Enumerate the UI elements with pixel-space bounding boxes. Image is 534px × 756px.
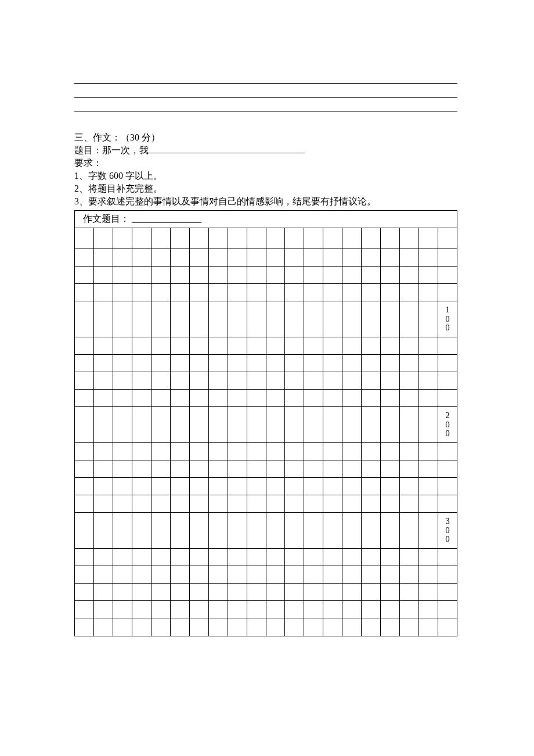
grid-cell[interactable] — [190, 460, 209, 477]
grid-cell[interactable] — [171, 267, 190, 283]
grid-cell[interactable] — [438, 495, 457, 512]
grid-cell[interactable] — [381, 301, 400, 337]
grid-cell[interactable] — [362, 228, 381, 249]
grid-cell[interactable] — [228, 601, 247, 618]
grid-cell[interactable] — [151, 301, 171, 337]
grid-cell[interactable] — [113, 601, 132, 618]
grid-cell[interactable] — [266, 618, 286, 636]
grid-cell[interactable] — [171, 513, 190, 548]
grid-cell[interactable] — [304, 267, 323, 283]
grid-cell[interactable] — [190, 355, 209, 372]
grid-cell[interactable] — [362, 390, 381, 406]
grid-cell[interactable] — [285, 337, 304, 354]
grid-cell[interactable] — [75, 566, 94, 583]
grid-cell[interactable] — [419, 443, 438, 460]
grid-cell[interactable] — [171, 284, 190, 301]
grid-cell[interactable] — [342, 566, 362, 583]
grid-cell[interactable] — [362, 495, 381, 512]
grid-cell[interactable] — [400, 495, 419, 512]
grid-cell[interactable] — [75, 478, 94, 495]
grid-cell[interactable] — [285, 372, 304, 389]
grid-cell[interactable] — [75, 355, 94, 372]
grid-cell[interactable] — [94, 407, 113, 442]
grid-cell[interactable] — [132, 267, 151, 283]
grid-cell[interactable] — [209, 249, 228, 266]
grid-cell[interactable] — [381, 549, 400, 566]
grid-cell[interactable] — [247, 478, 266, 495]
grid-cell[interactable] — [113, 355, 132, 372]
grid-cell[interactable] — [266, 478, 286, 495]
grid-cell[interactable] — [228, 443, 247, 460]
grid-cell[interactable] — [381, 443, 400, 460]
grid-cell[interactable] — [342, 513, 362, 548]
grid-cell[interactable] — [132, 443, 151, 460]
grid-cell[interactable] — [285, 284, 304, 301]
grid-cell[interactable] — [342, 355, 362, 372]
grid-cell[interactable] — [266, 584, 286, 600]
grid-cell[interactable] — [266, 549, 286, 566]
grid-cell[interactable] — [285, 478, 304, 495]
grid-cell[interactable] — [266, 601, 286, 618]
grid-cell[interactable] — [419, 249, 438, 266]
grid-cell[interactable] — [113, 513, 132, 548]
grid-cell[interactable] — [190, 267, 209, 283]
grid-cell[interactable] — [266, 284, 286, 301]
grid-cell[interactable] — [151, 584, 171, 600]
grid-cell[interactable] — [400, 337, 419, 354]
grid-cell[interactable] — [285, 495, 304, 512]
grid-cell[interactable] — [362, 337, 381, 354]
grid-cell[interactable] — [171, 355, 190, 372]
grid-cell[interactable] — [75, 337, 94, 354]
grid-cell[interactable] — [190, 284, 209, 301]
prompt-fill-blank[interactable] — [149, 153, 305, 153]
grid-cell[interactable] — [304, 443, 323, 460]
grid-cell[interactable] — [151, 267, 171, 283]
grid-cell[interactable] — [94, 301, 113, 337]
grid-cell[interactable] — [151, 228, 171, 249]
grid-cell[interactable] — [342, 549, 362, 566]
grid-cell[interactable] — [323, 566, 342, 583]
grid-cell[interactable] — [113, 566, 132, 583]
grid-cell[interactable] — [151, 249, 171, 266]
grid-cell[interactable] — [285, 407, 304, 442]
grid-cell[interactable] — [342, 618, 362, 636]
grid-cell[interactable] — [323, 337, 342, 354]
grid-cell[interactable] — [247, 249, 266, 266]
grid-cell[interactable] — [400, 513, 419, 548]
grid-cell[interactable] — [228, 549, 247, 566]
grid-cell[interactable] — [247, 372, 266, 389]
grid-cell[interactable] — [94, 355, 113, 372]
grid-cell[interactable] — [171, 249, 190, 266]
grid-cell[interactable] — [113, 390, 132, 406]
grid-cell[interactable] — [247, 460, 266, 477]
grid-cell[interactable] — [323, 249, 342, 266]
grid-cell[interactable] — [381, 267, 400, 283]
grid-cell[interactable] — [342, 284, 362, 301]
grid-cell[interactable] — [228, 249, 247, 266]
grid-cell[interactable] — [171, 584, 190, 600]
grid-cell[interactable] — [400, 228, 419, 249]
grid-cell[interactable] — [247, 284, 266, 301]
grid-cell[interactable] — [419, 601, 438, 618]
grid-cell[interactable] — [400, 601, 419, 618]
grid-cell[interactable] — [304, 495, 323, 512]
grid-cell[interactable] — [132, 337, 151, 354]
grid-cell[interactable] — [266, 267, 286, 283]
grid-cell[interactable] — [132, 249, 151, 266]
grid-cell[interactable] — [285, 228, 304, 249]
grid-cell[interactable] — [247, 228, 266, 249]
grid-cell[interactable] — [381, 584, 400, 600]
grid-cell[interactable] — [266, 228, 286, 249]
grid-cell[interactable] — [228, 228, 247, 249]
grid-cell[interactable] — [362, 513, 381, 548]
grid-cell[interactable] — [190, 443, 209, 460]
grid-cell[interactable] — [342, 337, 362, 354]
grid-cell[interactable] — [419, 267, 438, 283]
grid-cell[interactable] — [400, 460, 419, 477]
grid-cell[interactable] — [285, 584, 304, 600]
grid-cell[interactable] — [228, 566, 247, 583]
grid-cell[interactable] — [285, 390, 304, 406]
grid-cell[interactable] — [113, 584, 132, 600]
grid-cell[interactable] — [94, 390, 113, 406]
grid-cell[interactable] — [151, 407, 171, 442]
